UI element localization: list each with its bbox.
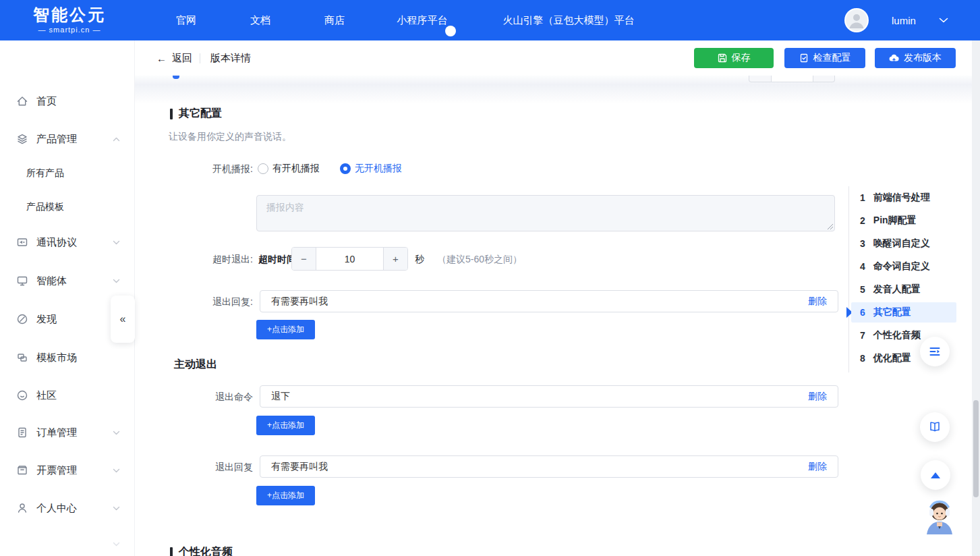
sidebar-item-orders[interactable]: 订单管理 (0, 419, 135, 446)
section-title-personal-audio: 个性化音频 (170, 545, 233, 556)
invoice-icon (16, 464, 28, 476)
brand-subtitle: — smartpi.cn — (26, 25, 113, 34)
chevron-down-icon[interactable] (939, 18, 948, 23)
orders-icon (16, 426, 28, 439)
anchor-label: 命令词自定义 (873, 260, 930, 273)
delete-link[interactable]: 删除 (808, 461, 827, 473)
anchor-label: 其它配置 (873, 306, 911, 318)
monitor-icon (16, 275, 28, 287)
publish-version-button[interactable]: 发布版本 (875, 48, 956, 68)
sidebar-item-label: 发现 (36, 313, 57, 326)
scrollbar-thumb[interactable] (973, 400, 979, 497)
template-market-icon (16, 352, 28, 364)
sidebar-item-label: 订单管理 (36, 426, 77, 439)
topnav-volcengine[interactable]: 火山引擎（豆包大模型）平台 (503, 0, 635, 40)
broadcast-content-textarea[interactable] (257, 196, 834, 231)
topbar: 智能公元 — smartpi.cn — 官网 文档 商店 小程序平台 火山引擎（… (0, 0, 980, 40)
user-avatar[interactable] (844, 8, 869, 32)
layers-icon (16, 133, 28, 145)
radio-checked-icon[interactable] (340, 163, 351, 174)
up-arrow-icon (931, 472, 940, 478)
exit-command-field: 删除 (260, 385, 838, 408)
check-config-button[interactable]: 检查配置 (784, 48, 865, 68)
topnav-store[interactable]: 商店 (324, 0, 345, 40)
topnav-official-site[interactable]: 官网 (176, 0, 196, 40)
protocol-icon (16, 236, 28, 248)
exit-reply2-input[interactable] (260, 456, 784, 477)
anchor-num: 5 (860, 284, 865, 295)
sidebar-item-label: 首页 (36, 95, 57, 108)
exit-command-label: 退出命令 (135, 391, 253, 404)
delete-link[interactable]: 删除 (808, 391, 827, 403)
sidebar-item-label: 开票管理 (36, 464, 77, 477)
add-command-button[interactable]: +点击添加 (256, 416, 315, 435)
outline-list-icon (928, 345, 942, 358)
assistant-mascot[interactable] (920, 497, 959, 536)
docs-help-button[interactable] (920, 412, 950, 442)
save-button[interactable]: 保存 (694, 48, 774, 68)
brand-title: 智能公元 (26, 5, 113, 25)
timeout-value-input[interactable] (316, 248, 383, 270)
back-to-top-button[interactable] (921, 460, 950, 490)
exit-reply-label: 退出回复: (135, 296, 253, 308)
sidebar: 首页 产品管理 所有产品 产品模板 通讯协议 智能体 (0, 40, 135, 556)
topnav-miniprogram[interactable]: 小程序平台 (397, 0, 448, 40)
radio-option-has-broadcast[interactable]: 有开机播报 (258, 163, 320, 175)
clipped-stepper (749, 76, 835, 82)
anchor-item-2[interactable]: 2 Pin脚配置 (851, 211, 956, 231)
anchor-item-3[interactable]: 3 唤醒词自定义 (851, 233, 956, 254)
sidebar-collapse-button[interactable]: « (111, 296, 135, 343)
sidebar-item-profile[interactable]: 个人中心 (0, 495, 135, 522)
chevron-down-icon (113, 468, 120, 473)
active-nav-dot (445, 26, 456, 36)
sidebar-item-product-templates[interactable]: 产品模板 (0, 194, 135, 221)
exit-reply-input[interactable] (260, 291, 784, 312)
username-label[interactable]: lumin (892, 0, 916, 40)
header-shadow-band (135, 76, 980, 104)
broadcast-textarea-wrap (256, 195, 835, 231)
resize-grip-icon[interactable] (828, 224, 833, 229)
exit-command-input[interactable] (260, 386, 784, 407)
anchor-num: 2 (860, 215, 865, 226)
anchor-item-4[interactable]: 4 命令词自定义 (851, 256, 956, 277)
add-reply2-button[interactable]: +点击添加 (256, 486, 315, 505)
sidebar-item-extra[interactable] (0, 530, 135, 556)
sidebar-item-home[interactable]: 首页 (0, 88, 135, 115)
anchor-label: 唤醒词自定义 (873, 238, 930, 250)
sidebar-item-template-market[interactable]: 模板市场 (0, 344, 135, 371)
anchor-item-5[interactable]: 5 发音人配置 (851, 279, 956, 300)
anchor-num: 4 (860, 261, 865, 272)
topnav-docs[interactable]: 文档 (250, 0, 270, 40)
collapse-glyph: « (120, 313, 126, 325)
anchor-item-1[interactable]: 1 前端信号处理 (851, 188, 956, 208)
sidebar-item-product-management[interactable]: 产品管理 (0, 126, 135, 152)
chevron-up-icon (113, 137, 120, 142)
chevron-down-icon (113, 240, 120, 245)
sidebar-item-all-products[interactable]: 所有产品 (0, 160, 135, 187)
brand-logo[interactable]: 智能公元 — smartpi.cn — (26, 5, 113, 34)
anchor-item-6-active[interactable]: 6 其它配置 (851, 302, 956, 323)
delete-link[interactable]: 删除 (808, 296, 827, 308)
stepper-minus-button[interactable]: − (292, 248, 316, 270)
sidebar-item-community[interactable]: 社区 (0, 382, 135, 409)
scrollbar-track[interactable] (972, 40, 980, 556)
page-header: ← 返回 版本详情 保存 检查配置 发布版本 (135, 40, 980, 76)
radio-unchecked-icon[interactable] (258, 163, 268, 174)
section-subtitle: 让设备用你定义的声音说话。 (169, 131, 291, 143)
sidebar-item-protocol[interactable]: 通讯协议 (0, 229, 135, 256)
anchor-num: 3 (860, 238, 865, 249)
back-button[interactable]: ← 返回 (156, 40, 192, 76)
anchor-nav-line (848, 186, 849, 372)
add-reply-button[interactable]: +点击添加 (256, 320, 315, 339)
stepper-plus-button[interactable]: + (383, 248, 407, 270)
sidebar-item-agent[interactable]: 智能体 (0, 267, 135, 294)
sidebar-item-label: 个人中心 (36, 502, 77, 515)
section-title-text: 其它配置 (179, 107, 222, 121)
radio-option-no-broadcast[interactable]: 无开机播报 (340, 163, 402, 175)
sidebar-item-label: 所有产品 (26, 167, 64, 179)
sidebar-item-label: 产品模板 (26, 201, 64, 213)
anchor-num: 7 (860, 330, 865, 341)
outline-toggle-button[interactable] (920, 337, 950, 366)
sidebar-item-invoicing[interactable]: 开票管理 (0, 457, 135, 484)
header-divider (200, 53, 200, 63)
